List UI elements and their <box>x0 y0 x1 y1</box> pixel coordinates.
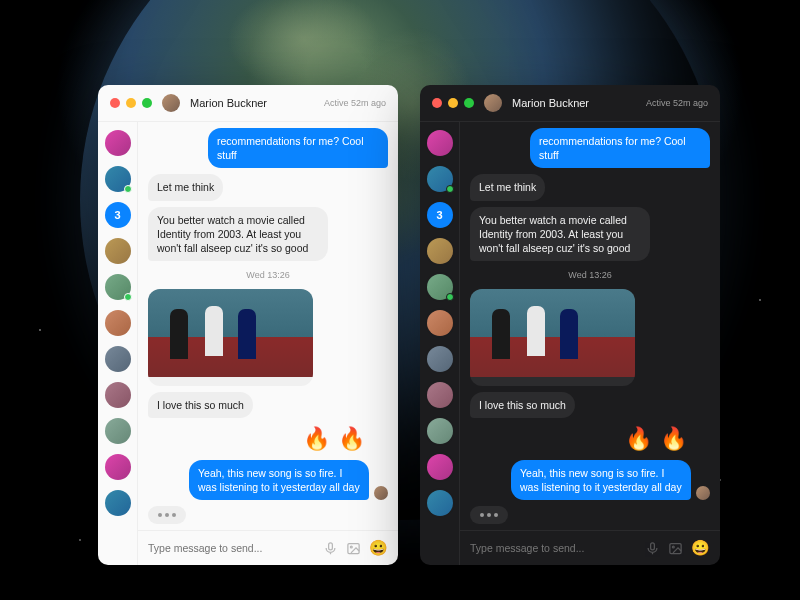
header-avatar[interactable] <box>484 94 502 112</box>
message-received[interactable]: You better watch a movie called Identity… <box>470 207 650 262</box>
message-sent[interactable]: recommendations for me? Cool stuff <box>530 128 710 168</box>
conversation-avatar[interactable] <box>427 490 453 516</box>
svg-rect-0 <box>329 542 333 549</box>
close-icon[interactable] <box>432 98 442 108</box>
conversation-avatar[interactable] <box>105 130 131 156</box>
message-received[interactable]: Let me think <box>148 174 223 200</box>
svg-point-5 <box>672 546 674 548</box>
message-composer: 😀 <box>460 530 720 565</box>
conversation-avatar[interactable] <box>105 490 131 516</box>
typing-indicator <box>470 506 508 524</box>
messages-scroll[interactable]: recommendations for me? Cool stuff Let m… <box>460 122 720 530</box>
titlebar: Marion Buckner Active 52m ago <box>98 85 398 122</box>
svg-point-2 <box>350 546 352 548</box>
conversation-avatar[interactable] <box>427 130 453 156</box>
header-status: Active 52m ago <box>646 98 708 108</box>
conversation-avatar[interactable] <box>427 346 453 372</box>
read-receipt-avatar <box>374 486 388 500</box>
conversation-avatar[interactable] <box>105 310 131 336</box>
conversation-avatar[interactable] <box>427 166 453 192</box>
online-indicator-icon <box>124 185 132 193</box>
timestamp: Wed 13:26 <box>470 269 710 281</box>
message-sent[interactable]: recommendations for me? Cool stuff <box>208 128 388 168</box>
close-icon[interactable] <box>110 98 120 108</box>
emoji-picker-icon[interactable]: 😀 <box>369 539 388 557</box>
svg-rect-3 <box>651 542 655 549</box>
message-received[interactable]: You better watch a movie called Identity… <box>148 207 328 262</box>
header-avatar[interactable] <box>162 94 180 112</box>
minimize-icon[interactable] <box>448 98 458 108</box>
image-icon[interactable] <box>346 541 361 556</box>
message-received[interactable]: Let me think <box>470 174 545 200</box>
reaction-emojis[interactable]: 🔥🔥 <box>303 424 373 454</box>
conversation-avatar[interactable] <box>105 166 131 192</box>
reaction-emojis[interactable]: 🔥🔥 <box>625 424 695 454</box>
header-name: Marion Buckner <box>190 97 267 109</box>
conversation-avatar[interactable] <box>105 238 131 264</box>
link-thumbnail <box>470 289 635 377</box>
conversation-avatar[interactable] <box>427 418 453 444</box>
conversation-avatar[interactable] <box>427 274 453 300</box>
header-name: Marion Buckner <box>512 97 589 109</box>
message-composer: 😀 <box>138 530 398 565</box>
link-preview-card[interactable]: Gucci Mane, Bruno Mars, Kodak Black - Wa… <box>470 289 635 386</box>
chat-window-dark: Marion Buckner Active 52m ago 3 recommen… <box>420 85 720 565</box>
conversation-avatar[interactable] <box>105 346 131 372</box>
conversation-avatar[interactable] <box>427 310 453 336</box>
image-icon[interactable] <box>668 541 683 556</box>
message-sent[interactable]: Yeah, this new song is so fire. I was li… <box>189 460 369 500</box>
link-title: Gucci Mane, Bruno Mars, Kodak Black - Wa… <box>157 384 304 386</box>
emoji-picker-icon[interactable]: 😀 <box>691 539 710 557</box>
conversation-avatar[interactable] <box>105 454 131 480</box>
conversation-avatar[interactable] <box>427 382 453 408</box>
online-indicator-icon <box>124 293 132 301</box>
header-status: Active 52m ago <box>324 98 386 108</box>
link-thumbnail <box>148 289 313 377</box>
chat-window-light: Marion Buckner Active 52m ago 3 recommen… <box>98 85 398 565</box>
zoom-icon[interactable] <box>464 98 474 108</box>
titlebar: Marion Buckner Active 52m ago <box>420 85 720 122</box>
read-receipt-avatar <box>696 486 710 500</box>
microphone-icon[interactable] <box>645 541 660 556</box>
messages-scroll[interactable]: recommendations for me? Cool stuff Let m… <box>138 122 398 530</box>
message-input[interactable] <box>148 542 315 554</box>
window-controls <box>432 98 474 108</box>
online-indicator-icon <box>446 185 454 193</box>
conversation-avatar[interactable] <box>105 274 131 300</box>
online-indicator-icon <box>446 293 454 301</box>
unread-badge[interactable]: 3 <box>105 202 131 228</box>
message-received[interactable]: I love this so much <box>470 392 575 418</box>
chat-pane: recommendations for me? Cool stuff Let m… <box>138 122 398 565</box>
window-controls <box>110 98 152 108</box>
conversation-avatar[interactable] <box>427 238 453 264</box>
conversation-rail: 3 <box>98 122 138 565</box>
chat-pane: recommendations for me? Cool stuff Let m… <box>460 122 720 565</box>
zoom-icon[interactable] <box>142 98 152 108</box>
message-received[interactable]: I love this so much <box>148 392 253 418</box>
minimize-icon[interactable] <box>126 98 136 108</box>
conversation-avatar[interactable] <box>105 382 131 408</box>
microphone-icon[interactable] <box>323 541 338 556</box>
conversation-avatar[interactable] <box>427 454 453 480</box>
unread-badge[interactable]: 3 <box>427 202 453 228</box>
message-sent[interactable]: Yeah, this new song is so fire. I was li… <box>511 460 691 500</box>
timestamp: Wed 13:26 <box>148 269 388 281</box>
typing-indicator <box>148 506 186 524</box>
message-input[interactable] <box>470 542 637 554</box>
link-title: Gucci Mane, Bruno Mars, Kodak Black - Wa… <box>479 384 626 386</box>
conversation-avatar[interactable] <box>105 418 131 444</box>
link-preview-card[interactable]: Gucci Mane, Bruno Mars, Kodak Black - Wa… <box>148 289 313 386</box>
conversation-rail: 3 <box>420 122 460 565</box>
